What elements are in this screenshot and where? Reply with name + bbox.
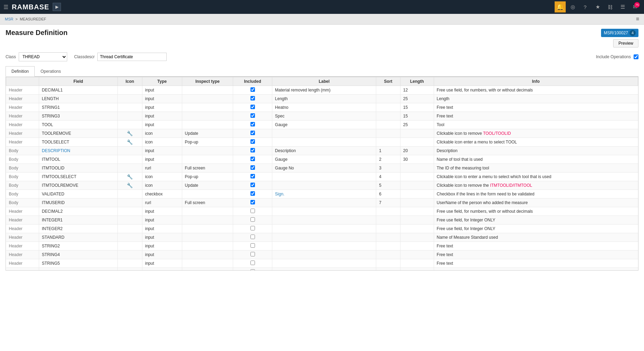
included-checkbox[interactable] — [250, 105, 255, 109]
tab-operations[interactable]: Operations — [35, 66, 67, 77]
included-checkbox[interactable] — [250, 87, 255, 92]
alert-icon[interactable]: 🔔 — [555, 1, 566, 12]
included-checkbox[interactable] — [250, 139, 255, 144]
cell-included[interactable] — [233, 242, 272, 251]
mail-icon[interactable]: ✉ 75 — [629, 1, 641, 12]
included-checkbox[interactable] — [250, 183, 255, 187]
include-ops-label: Include Operations — [596, 54, 631, 59]
included-checkbox[interactable] — [250, 209, 255, 213]
cell-icon — [118, 155, 142, 164]
included-checkbox[interactable] — [250, 191, 255, 196]
included-checkbox[interactable] — [250, 235, 255, 239]
included-checkbox[interactable] — [250, 131, 255, 135]
class-select[interactable]: THREAD — [19, 52, 67, 61]
table-row: HeaderSTRING6inputFree text — [6, 268, 638, 271]
cell-field: TOOLSELECT — [39, 138, 117, 147]
cell-inspect-type — [182, 95, 233, 103]
table-row: BodyITMTOOLREMOVE🔧iconUpdate5Clickable i… — [6, 181, 638, 190]
included-checkbox[interactable] — [250, 261, 255, 265]
msr-id: MSR/100027 — [604, 30, 628, 35]
preview-button[interactable]: Preview — [613, 39, 638, 47]
cell-group: Header — [6, 95, 39, 103]
cell-included[interactable] — [233, 199, 272, 207]
link-icon[interactable]: ⛓ — [605, 1, 616, 12]
included-checkbox[interactable] — [250, 148, 255, 152]
cell-included[interactable] — [233, 121, 272, 129]
cell-type: input — [142, 112, 182, 121]
cell-type: input — [142, 207, 182, 216]
table-row: HeaderSTRING2inputFree text — [6, 242, 638, 251]
cell-sort: 1 — [376, 147, 400, 155]
cell-inspect-type — [182, 207, 233, 216]
list-icon[interactable]: ☰ — [617, 1, 628, 12]
cell-type: input — [142, 121, 182, 129]
breadcrumb-msr-link[interactable]: MSR — [5, 17, 13, 21]
cell-included[interactable] — [233, 173, 272, 181]
tabs: Definition Operations — [6, 66, 638, 77]
cell-field: ITMTOOLID — [39, 164, 117, 173]
cell-length — [400, 129, 434, 138]
cell-group: Body — [6, 173, 39, 181]
included-checkbox[interactable] — [250, 174, 255, 178]
cell-included[interactable] — [233, 216, 272, 225]
included-checkbox[interactable] — [250, 252, 255, 256]
table-row: BodyITMTOOLSELECT🔧iconPop-up4Clickable i… — [6, 173, 638, 181]
included-checkbox[interactable] — [250, 96, 255, 100]
cell-icon — [118, 121, 142, 129]
cell-icon — [118, 147, 142, 155]
cell-included[interactable] — [233, 251, 272, 259]
include-ops-checkbox[interactable] — [634, 54, 638, 59]
cell-included[interactable] — [233, 190, 272, 199]
cell-group: Body — [6, 164, 39, 173]
col-icon: Icon — [118, 77, 142, 86]
cell-included[interactable] — [233, 268, 272, 271]
cell-included[interactable] — [233, 112, 272, 121]
page-header-right: MSR/100027 4 Preview — [601, 29, 638, 47]
cell-included[interactable] — [233, 259, 272, 268]
circle-icon[interactable]: ◎ — [567, 1, 578, 12]
cell-field: STRING5 — [39, 259, 117, 268]
cell-included[interactable] — [233, 181, 272, 190]
cell-info: Free use field, for numbers, with or wit… — [434, 86, 638, 95]
cell-type: input — [142, 86, 182, 95]
cell-inspect-type — [182, 103, 233, 112]
cell-included[interactable] — [233, 138, 272, 147]
cell-included[interactable] — [233, 95, 272, 103]
cell-included[interactable] — [233, 164, 272, 173]
included-checkbox[interactable] — [250, 122, 255, 126]
cell-sort: 6 — [376, 190, 400, 199]
col-type: Type — [142, 77, 182, 86]
menu-icon[interactable]: ☰ — [3, 4, 8, 10]
question-icon[interactable]: ? — [580, 1, 591, 12]
classdescr-input[interactable] — [97, 53, 167, 61]
cell-included[interactable] — [233, 147, 272, 155]
cell-included[interactable] — [233, 233, 272, 242]
included-checkbox[interactable] — [250, 217, 255, 222]
included-checkbox[interactable] — [250, 200, 255, 204]
included-checkbox[interactable] — [250, 226, 255, 230]
cell-included[interactable] — [233, 155, 272, 164]
tab-definition[interactable]: Definition — [6, 66, 35, 77]
cell-included[interactable] — [233, 207, 272, 216]
included-checkbox[interactable] — [250, 165, 255, 170]
cell-sort — [376, 121, 400, 129]
breadcrumb-menu-icon[interactable]: ≡ — [636, 16, 639, 22]
cell-field: INTEGER2 — [39, 225, 117, 233]
cell-included[interactable] — [233, 129, 272, 138]
included-checkbox[interactable] — [250, 157, 255, 161]
cell-type: icon — [142, 129, 182, 138]
cell-icon — [118, 268, 142, 271]
cell-included[interactable] — [233, 103, 272, 112]
nav-forward-button[interactable]: ▶ — [53, 3, 61, 11]
cell-label — [272, 225, 376, 233]
cell-included[interactable] — [233, 86, 272, 95]
cell-included[interactable] — [233, 225, 272, 233]
cell-type: input — [142, 95, 182, 103]
included-checkbox[interactable] — [250, 269, 255, 271]
star-icon[interactable]: ★ — [592, 1, 603, 12]
cell-length — [400, 207, 434, 216]
cell-info: UserName of the person who added the mea… — [434, 199, 638, 207]
included-checkbox[interactable] — [250, 113, 255, 118]
included-checkbox[interactable] — [250, 243, 255, 248]
cell-label: Length — [272, 95, 376, 103]
